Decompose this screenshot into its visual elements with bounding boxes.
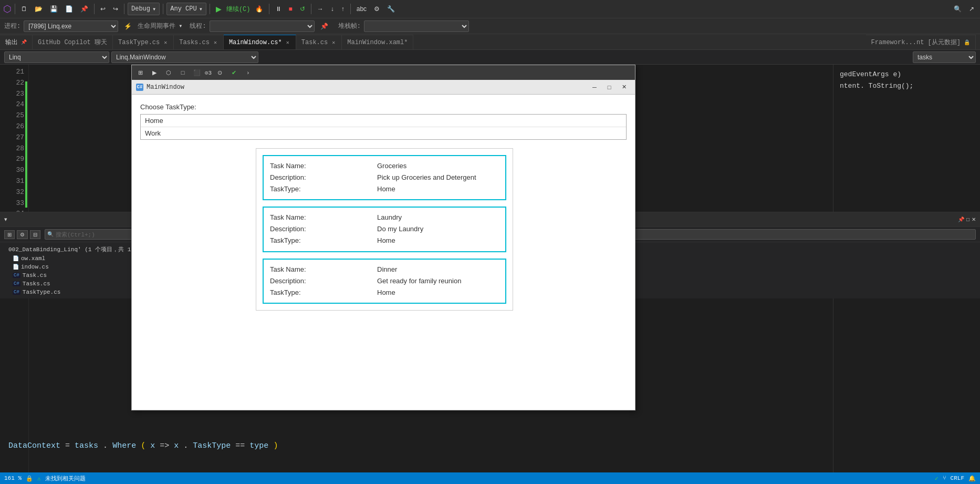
tools-btn[interactable]: 🔧	[384, 4, 398, 14]
pause-btn[interactable]: ⏸	[273, 4, 284, 14]
process-dropdown[interactable]: [7896] Linq.exe	[24, 20, 118, 32]
tab-mainwindow-cs-close[interactable]: ✕	[285, 39, 290, 46]
hotreload-btn[interactable]: 🔥	[253, 4, 266, 14]
xaml-transform-btn[interactable]: ⬛	[191, 67, 203, 78]
task-card-laundry: Task Name: Laundry Description: Do my La…	[263, 207, 506, 252]
cpu-dropdown[interactable]: Any CPU ▾	[166, 3, 206, 15]
tab-framework[interactable]: Framework...nt [从元数据] 🔒	[866, 35, 976, 49]
xaml-check-btn[interactable]: ✔	[227, 67, 240, 78]
member-nav-dropdown[interactable]: Linq.MainWindow	[111, 52, 258, 63]
wpf-maximize-btn[interactable]: □	[602, 82, 616, 92]
lifecycle-events-btn[interactable]: ⚡	[121, 22, 134, 31]
step-out-btn[interactable]: ↑	[339, 4, 347, 14]
se-pin-btn[interactable]: 📌	[958, 217, 964, 222]
task3-type-label: TaskType:	[270, 287, 375, 298]
share-btn[interactable]: ↗	[966, 4, 977, 14]
continue-btn[interactable]: ▶	[213, 4, 224, 14]
redo-btn[interactable]: ↪	[110, 4, 121, 14]
xaml-arrow-btn[interactable]: ›	[242, 67, 254, 78]
class-nav-dropdown[interactable]: Linq	[4, 52, 109, 63]
right-panel: gedEventArgs e) ntent. ToString(); ▾ 📌 □…	[833, 65, 980, 484]
debug-chevron: ▾	[152, 5, 156, 13]
wpf-window-controls: ─ □ ✕	[588, 82, 631, 92]
tab-mainwindow-cs[interactable]: MainWindow.cs* ✕	[224, 35, 296, 49]
se-controls: 📌 □ ✕	[958, 217, 976, 222]
code-tasktype-ref: TaskType	[193, 441, 231, 450]
se-close-btn[interactable]: ✕	[972, 217, 976, 222]
task1-desc-value: Pick up Groceries and Detergent	[377, 172, 476, 183]
undo-btn[interactable]: ↩	[98, 4, 108, 14]
stop-btn[interactable]: ■	[286, 4, 295, 14]
task3-desc-value: Get ready for family reunion	[377, 275, 461, 287]
se-content: 002_DataBinding_Linq' (1 个项目，共 1 📄 ow.xa…	[833, 242, 980, 298]
tab-framework-label: Framework...nt [从元数据]	[871, 38, 961, 47]
thread-dropdown[interactable]	[210, 20, 315, 32]
step-into-btn[interactable]: ↓	[328, 4, 337, 14]
xaml-up-btn[interactable]: ⊙	[213, 67, 226, 78]
sep1	[15, 4, 15, 14]
tab-tasks[interactable]: Tasks.cs ✕	[174, 35, 224, 49]
listbox-item-home[interactable]: Home	[141, 115, 626, 127]
task1-name-label: Task Name:	[270, 160, 375, 172]
wpf-close-btn[interactable]: ✕	[617, 82, 631, 92]
tab-tasks-close[interactable]: ✕	[213, 39, 218, 46]
xaml-rect-btn[interactable]: □	[176, 67, 189, 78]
task3-name-row: Task Name: Dinner	[270, 264, 499, 275]
tab-copilot[interactable]: GitHub Copilot 聊天	[33, 35, 113, 49]
sep8	[350, 4, 351, 14]
nav-tasks-dropdown[interactable]: tasks	[913, 52, 976, 63]
se-tasktype-cs-item[interactable]: C# TaskType.cs	[833, 288, 980, 296]
status-bar: 161 % 🔒 ⚠ 未找到相关问题 ✓ ⑂ CRLF 🔔	[0, 472, 980, 484]
thread-prefix: 线程:	[190, 22, 206, 30]
tab-mainwindow-xaml[interactable]: MainWindow.xaml*	[342, 35, 413, 49]
stack-dropdown[interactable]	[364, 20, 469, 32]
right-code-line2: ntent. ToString();	[840, 80, 974, 92]
search-global-btn[interactable]: 🔍	[951, 4, 964, 14]
listbox-item-work[interactable]: Work	[141, 127, 626, 139]
task2-desc-row: Description: Do my Laundry	[270, 223, 499, 235]
wpf-minimize-btn[interactable]: ─	[588, 82, 601, 92]
pin-btn[interactable]: 📌	[78, 4, 91, 14]
tasktype-listbox[interactable]: Home Work	[140, 114, 627, 140]
open-btn[interactable]: 📂	[32, 4, 45, 14]
restart-btn[interactable]: ↺	[297, 4, 308, 14]
xaml-video-btn[interactable]: ▶	[148, 67, 161, 78]
spell-btn[interactable]: abc	[354, 4, 369, 14]
sep2	[94, 4, 95, 14]
tab-output-pin[interactable]: 📌	[21, 39, 27, 45]
notification-btn[interactable]: 🔔	[968, 475, 976, 482]
se-tasks-cs-item[interactable]: C# Tasks.cs	[833, 280, 980, 288]
format-btn[interactable]: ⚙	[371, 4, 382, 14]
tab-tasks-label: Tasks.cs	[179, 39, 210, 46]
tab-output[interactable]: 输出 📌	[0, 35, 33, 49]
tab-task-close[interactable]: ✕	[331, 39, 336, 46]
se-window-cs-item[interactable]: 📄 indow.cs	[833, 263, 980, 271]
new-file-btn[interactable]: 🗒	[18, 4, 30, 14]
step-over-btn[interactable]: →	[315, 4, 326, 14]
debug-toolbar: 进程: [7896] Linq.exe ⚡ 生命周期事件 ▾ 线程: 📌 堆栈帧…	[0, 18, 980, 34]
save-btn[interactable]: 💾	[47, 4, 60, 14]
save-all-btn[interactable]: 📄	[62, 4, 76, 14]
code-x2: x	[174, 441, 179, 450]
tab-tasktype[interactable]: TaskType.cs ✕	[113, 35, 174, 49]
code-assign: =	[65, 441, 75, 450]
status-left: 161 % 🔒 ⚠ 未找到相关问题	[4, 475, 86, 482]
xaml-bind-btn[interactable]: ⊞	[134, 67, 147, 78]
debug-dropdown[interactable]: Debug ▾	[128, 3, 160, 15]
task3-type-row: TaskType: Home	[270, 287, 499, 298]
se-solution-item[interactable]: 002_DataBinding_Linq' (1 个项目，共 1	[833, 244, 980, 254]
wpf-titlebar: C# MainWindow ─ □ ✕	[132, 80, 635, 95]
tab-mainwindow-cs-label: MainWindow.cs*	[229, 39, 282, 46]
tab-task-cs[interactable]: Task.cs ✕	[296, 35, 342, 49]
tab-tasktype-close[interactable]: ✕	[163, 39, 168, 46]
se-xaml-item[interactable]: 📄 ow.xaml	[833, 254, 980, 263]
task3-type-value: Home	[377, 287, 395, 298]
code-paren2: )	[273, 441, 278, 450]
xaml-cursor-btn[interactable]: ⬡	[162, 67, 175, 78]
thread-pin-btn[interactable]: 📌	[318, 22, 331, 31]
se-task-cs-item[interactable]: C# Task.cs	[833, 271, 980, 280]
task3-desc-row: Description: Get ready for family reunio…	[270, 275, 499, 287]
task2-type-row: TaskType: Home	[270, 235, 499, 246]
se-expand-btn[interactable]: □	[966, 217, 969, 222]
code-paren1: (	[141, 441, 145, 450]
